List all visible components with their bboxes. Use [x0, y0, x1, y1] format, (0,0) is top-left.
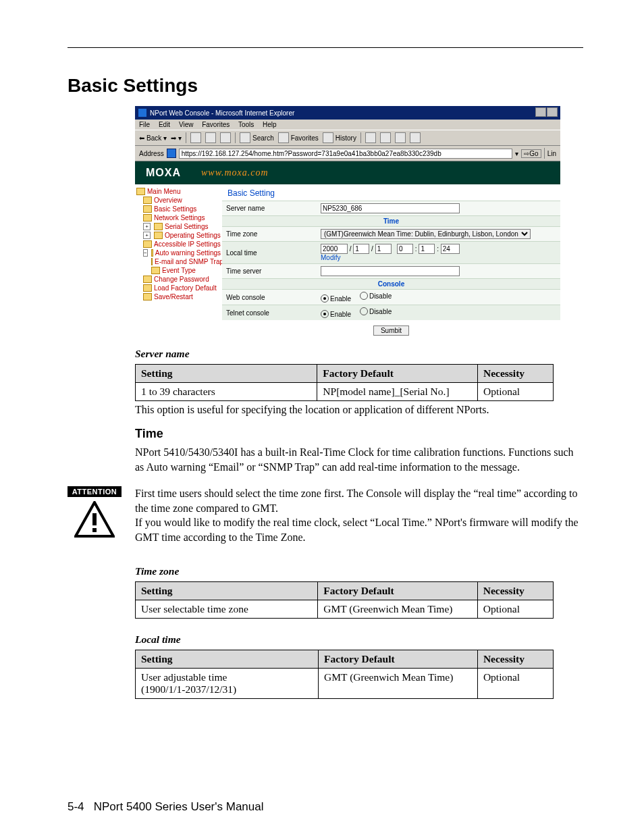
timezone-label: Time zone	[226, 230, 321, 238]
nav-auto-warning[interactable]: −Auto warning Settings	[136, 249, 221, 257]
search-icon	[240, 132, 250, 143]
nav-tree: Main Menu Overview Basic Settings Networ…	[135, 184, 222, 341]
attention-p2: If you would like to modify the real tim…	[135, 515, 583, 544]
th-necessity: Necessity	[477, 581, 553, 600]
nav-overview[interactable]: Overview	[136, 196, 221, 205]
th-necessity: Necessity	[477, 650, 553, 668]
page-icon	[167, 149, 176, 158]
folder-icon	[151, 267, 160, 274]
modify-link[interactable]: Modify	[321, 254, 340, 261]
day-input[interactable]	[375, 244, 392, 254]
print-icon[interactable]	[380, 132, 391, 143]
history-button[interactable]: History	[323, 132, 356, 143]
nav-load-factory[interactable]: Load Factory Default	[136, 284, 221, 292]
time-paragraph: NPort 5410/5430/5340I has a built-in Rea…	[135, 445, 583, 474]
links-label[interactable]: Lin	[547, 150, 556, 157]
web-enable-radio[interactable]: Enable	[321, 294, 351, 303]
nav-basic-settings[interactable]: Basic Settings	[136, 205, 221, 213]
timeserver-input[interactable]	[321, 266, 460, 276]
month-input[interactable]	[353, 244, 369, 254]
stop-icon[interactable]	[190, 132, 201, 143]
minute-input[interactable]	[419, 244, 435, 254]
folder-icon	[143, 205, 152, 213]
folder-icon	[143, 284, 152, 292]
th-default: Factory Default	[317, 365, 478, 383]
warning-icon	[68, 501, 122, 540]
window-controls[interactable]	[535, 107, 558, 118]
address-dropdown[interactable]: ▾	[515, 150, 518, 157]
nav-operating-settings[interactable]: +Operating Settings	[136, 231, 221, 240]
maximize-icon[interactable]	[547, 107, 558, 117]
time-section-header: Time	[222, 215, 560, 226]
server-name-input[interactable]	[321, 203, 460, 213]
svg-rect-2	[92, 528, 97, 532]
minus-icon[interactable]: −	[143, 249, 148, 257]
nav-change-password[interactable]: Change Password	[136, 275, 221, 284]
telnet-console-label: Telnet console	[226, 309, 321, 317]
nav-email-snmp[interactable]: E-mail and SNMP Trap	[136, 257, 221, 266]
plus-icon[interactable]: +	[143, 232, 151, 239]
localtime-table: SettingFactory DefaultNecessity User adj…	[135, 650, 554, 699]
menu-view[interactable]: View	[179, 121, 194, 128]
nav-accessible-ip[interactable]: Accessible IP Settings	[136, 240, 221, 249]
toolbar: ⬅ Back ▾ ➡ ▾ Search Favorites History	[135, 130, 560, 146]
server-name-note: This option is useful for specifying the…	[135, 404, 583, 416]
folder-icon	[136, 188, 145, 195]
nav-event-type[interactable]: Event Type	[136, 266, 221, 275]
folder-icon	[143, 240, 152, 248]
attention-label: ATTENTION	[68, 486, 122, 497]
nav-save-restart[interactable]: Save/Restart	[136, 292, 221, 301]
footer-page: 5-4	[68, 800, 84, 813]
hour-input[interactable]	[397, 244, 413, 254]
nav-serial-settings[interactable]: +Serial Settings	[136, 222, 221, 231]
second-input[interactable]	[441, 244, 460, 254]
nav-main-menu[interactable]: Main Menu	[136, 187, 221, 196]
favorites-button[interactable]: Favorites	[278, 132, 319, 143]
menu-favorites[interactable]: Favorites	[202, 121, 230, 128]
year-input[interactable]	[321, 244, 348, 254]
timezone-select[interactable]: (GMT)Greenwich Mean Time: Dublin, Edinbu…	[321, 229, 531, 239]
back-button[interactable]: ⬅ Back ▾	[139, 134, 167, 142]
address-input[interactable]: https://192.168.127.254/home.htm?Passwor…	[179, 149, 513, 159]
th-setting: Setting	[136, 365, 317, 383]
home-icon[interactable]	[220, 132, 231, 143]
top-rule	[68, 47, 583, 48]
mail-icon[interactable]	[365, 132, 376, 143]
plus-icon[interactable]: +	[143, 223, 151, 230]
search-button[interactable]: Search	[240, 132, 274, 143]
minimize-icon[interactable]	[535, 107, 546, 117]
telnet-enable-radio[interactable]: Enable	[321, 310, 351, 318]
folder-icon	[143, 214, 152, 221]
th-default: Factory Default	[319, 650, 478, 668]
web-disable-radio[interactable]: Disable	[360, 292, 392, 300]
nav-network-settings[interactable]: Network Settings	[136, 213, 221, 222]
folder-icon	[143, 293, 152, 301]
discuss-icon[interactable]	[410, 132, 421, 143]
menu-tools[interactable]: Tools	[238, 121, 254, 128]
folder-icon	[143, 276, 152, 283]
telnet-disable-radio[interactable]: Disable	[360, 307, 392, 315]
menubar[interactable]: File Edit View Favorites Tools Help	[135, 120, 560, 130]
refresh-icon[interactable]	[205, 132, 216, 143]
server-name-label: Server name	[226, 205, 321, 212]
window-title: NPort Web Console - Microsoft Internet E…	[150, 109, 294, 117]
menu-edit[interactable]: Edit	[159, 121, 170, 128]
th-setting: Setting	[136, 650, 319, 668]
brand-banner: MOXA www.moxa.com	[135, 161, 560, 184]
forward-button[interactable]: ➡ ▾	[171, 134, 182, 142]
time-heading: Time	[135, 427, 583, 441]
history-icon	[323, 132, 333, 143]
edit-icon[interactable]	[395, 132, 406, 143]
td-default: GMT (Greenwich Mean Time)	[319, 668, 478, 698]
server-name-table: SettingFactory DefaultNecessity 1 to 39 …	[135, 364, 554, 401]
page-title: Basic Settings	[68, 75, 583, 97]
timezone-caption: Time zone	[135, 565, 583, 577]
menu-help[interactable]: Help	[263, 121, 277, 128]
menu-file[interactable]: File	[139, 121, 150, 128]
console-section-header: Console	[222, 278, 560, 289]
td-necessity: Optional	[477, 600, 553, 618]
submit-button[interactable]: Sumbit	[373, 325, 409, 336]
folder-icon	[151, 249, 153, 257]
td-default: NP[model name]_[Serial No.]	[317, 383, 478, 401]
go-button[interactable]: ⇨Go	[521, 149, 541, 158]
